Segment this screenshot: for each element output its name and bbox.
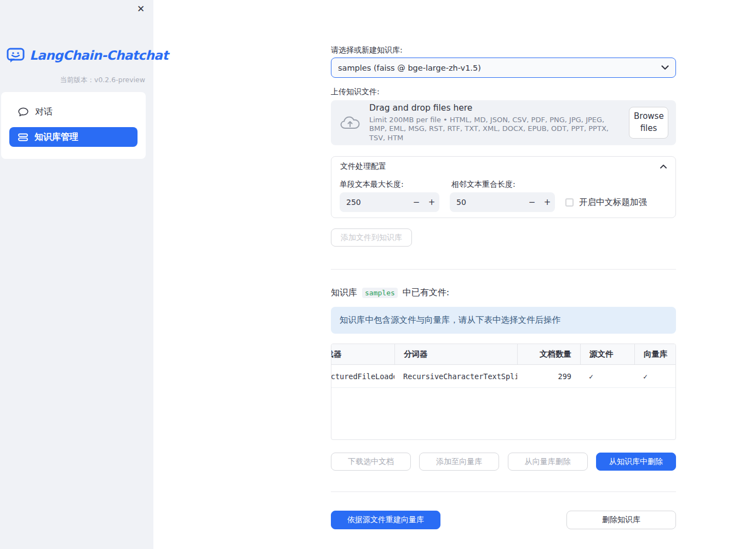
expander-title: 文件处理配置	[340, 162, 386, 171]
cell-loader: UnstructuredFileLoader	[331, 365, 394, 387]
column-header-vector-store: 向量库	[634, 344, 675, 364]
cloud-upload-icon	[340, 115, 360, 130]
cell-docs-count: 299	[517, 365, 580, 387]
delete-from-kb-button[interactable]: 从知识库中删除	[596, 453, 676, 471]
cell-splitter: RecursiveCharacterTextSplitter	[394, 365, 517, 387]
file-config-expander: 文件处理配置 单段文本最大长度: 相邻文本重合长度: 250 − + 50 − …	[331, 156, 676, 218]
sidebar-item-label: 知识库管理	[35, 131, 78, 143]
chunk-size-label: 单段文本最大长度:	[340, 180, 404, 190]
kb-files-heading: 知识库 samples 中已有文件:	[331, 287, 449, 299]
table-row[interactable]: UnstructuredFileLoader RecursiveCharacte…	[331, 365, 675, 388]
rebuild-vector-store-button[interactable]: 依据源文件重建向量库	[331, 511, 440, 529]
zh-title-enhance-label: 开启中文标题加强	[579, 197, 647, 208]
file-actions-row: 下载选中文档 添加至向量库 从向量库删除 从知识库中删除	[331, 453, 676, 471]
app-logo: LangChain-Chatchat	[7, 47, 147, 64]
kb-actions-row: 依据源文件重建向量库 删除知识库	[331, 511, 676, 529]
uploader-title: Drag and drop files here	[369, 103, 620, 113]
close-sidebar-button[interactable]: ✕	[135, 3, 147, 15]
kb-files-prefix: 知识库	[331, 287, 357, 299]
sidebar-item-knowledge-base[interactable]: 知识库管理	[9, 127, 138, 147]
minus-icon[interactable]: −	[524, 192, 540, 212]
kb-select-value: samples (faiss @ bge-large-zh-v1.5)	[338, 64, 661, 72]
app-title: LangChain-Chatchat	[30, 48, 168, 62]
version-text: 当前版本：v0.2.6-preview	[60, 76, 146, 85]
column-header-loader: 文档加载器	[331, 344, 394, 364]
info-banner: 知识库中包含源文件与向量库，请从下表中选择文件后操作	[331, 307, 676, 334]
cell-source-file-check: ✓	[580, 365, 634, 387]
kb-select-label: 请选择或新建知识库:	[331, 45, 403, 55]
plus-icon[interactable]: +	[424, 192, 439, 212]
chat-icon	[18, 107, 28, 117]
knowledge-base-icon	[18, 133, 28, 141]
download-selected-button[interactable]: 下载选中文档	[331, 453, 411, 471]
chunk-overlap-label: 相邻文本重合长度:	[451, 180, 516, 190]
info-banner-text: 知识库中包含源文件与向量库，请从下表中选择文件后操作	[340, 314, 560, 326]
sidebar: ✕ LangChain-Chatchat 当前版本：v0.2.6-preview…	[0, 0, 153, 549]
file-uploader-dropzone[interactable]: Drag and drop files here Limit 200MB per…	[331, 100, 676, 145]
chunk-overlap-input[interactable]: 50 − +	[450, 192, 555, 212]
divider	[331, 269, 676, 270]
column-header-splitter: 分词器	[394, 344, 517, 364]
file-config-expander-header[interactable]: 文件处理配置	[331, 157, 675, 176]
uploader-texts: Drag and drop files here Limit 200MB per…	[369, 103, 620, 142]
chevron-down-icon	[661, 65, 669, 70]
chunk-overlap-value: 50	[456, 198, 524, 207]
chevron-up-icon	[660, 164, 667, 169]
close-icon: ✕	[137, 4, 145, 14]
sidebar-item-label: 对话	[35, 106, 53, 118]
check-icon: ✓	[643, 372, 648, 381]
kb-select[interactable]: samples (faiss @ bge-large-zh-v1.5)	[331, 58, 676, 78]
kb-files-table[interactable]: 文档加载器 分词器 文档数量 源文件 向量库 UnstructuredFileL…	[331, 344, 676, 440]
browse-files-button[interactable]: Browse files	[629, 107, 668, 139]
kb-name-code: samples	[362, 288, 398, 298]
kb-files-suffix: 中已有文件:	[403, 287, 449, 299]
add-to-vector-store-button[interactable]: 添加至向量库	[419, 453, 499, 471]
minus-icon[interactable]: −	[409, 192, 424, 212]
remove-from-vector-store-button[interactable]: 从向量库删除	[508, 453, 588, 471]
chunk-size-value: 250	[346, 198, 409, 207]
checkbox-icon	[565, 198, 574, 207]
upload-label: 上传知识文件:	[331, 87, 380, 97]
chunk-size-input[interactable]: 250 − +	[340, 192, 439, 212]
column-header-source-file: 源文件	[580, 344, 634, 364]
column-header-docs-count: 文档数量	[517, 344, 580, 364]
cell-vector-store-check: ✓	[634, 365, 675, 387]
version-value: v0.2.6-preview	[94, 76, 145, 84]
chat-bubble-logo-icon	[7, 47, 25, 64]
sidebar-item-chat[interactable]: 对话	[9, 102, 138, 122]
zh-title-enhance-checkbox[interactable]: 开启中文标题加强	[565, 197, 647, 208]
delete-kb-button[interactable]: 删除知识库	[566, 511, 676, 529]
sidebar-menu: 对话 知识库管理	[1, 92, 146, 159]
check-icon: ✓	[589, 372, 593, 381]
uploader-hint: Limit 200MB per file • HTML, MD, JSON, C…	[369, 116, 620, 142]
divider	[331, 491, 676, 492]
table-header: 文档加载器 分词器 文档数量 源文件 向量库	[331, 344, 675, 365]
add-files-to-kb-button[interactable]: 添加文件到知识库	[331, 228, 412, 247]
version-label: 当前版本：	[60, 76, 95, 84]
plus-icon[interactable]: +	[540, 192, 555, 212]
